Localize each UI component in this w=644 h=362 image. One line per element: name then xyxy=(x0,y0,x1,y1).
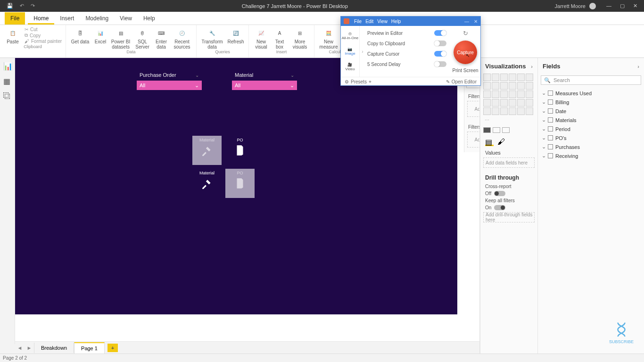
cross-report-toggle[interactable] xyxy=(494,191,505,196)
viz-type[interactable] xyxy=(509,99,516,107)
viz-type[interactable] xyxy=(517,107,525,115)
card-po-selected[interactable]: PO xyxy=(225,169,255,198)
viz-mode-2[interactable] xyxy=(493,127,500,133)
avatar[interactable] xyxy=(589,3,596,9)
viz-type[interactable] xyxy=(509,107,516,115)
viz-type[interactable] xyxy=(483,107,491,115)
menu-help[interactable]: Help xyxy=(391,19,401,24)
viz-type[interactable] xyxy=(517,90,525,98)
page-prev[interactable]: ◄ xyxy=(15,345,25,351)
model-view-icon[interactable]: ⿻ xyxy=(3,92,12,100)
new-measure-button[interactable]: 🧮New measure xyxy=(318,27,339,49)
keep-filters-toggle[interactable] xyxy=(494,205,505,210)
toggle-cursor[interactable] xyxy=(434,51,446,57)
chevron-right-icon[interactable]: › xyxy=(637,64,639,69)
format-painter-button[interactable]: 🖌Format painter xyxy=(25,39,62,44)
fields-tab-icon[interactable]: ▤ xyxy=(485,138,494,146)
tab-help[interactable]: Help xyxy=(138,12,161,25)
field-table[interactable]: ⌄Date xyxy=(538,107,644,115)
viz-type[interactable] xyxy=(509,74,516,81)
get-data-button[interactable]: 🗄Get data xyxy=(70,27,91,44)
viz-type[interactable] xyxy=(483,99,491,107)
viz-type[interactable] xyxy=(500,99,508,107)
values-well[interactable]: Add data fields here xyxy=(483,157,535,168)
viz-type[interactable] xyxy=(500,74,508,81)
transform-data-button[interactable]: 🔧Transform data xyxy=(200,27,224,49)
text-box-button[interactable]: AText box xyxy=(272,27,287,49)
fields-search[interactable]: 🔍Search xyxy=(541,75,641,85)
toggle-clipboard[interactable] xyxy=(434,41,446,46)
field-table[interactable]: ⌄Period xyxy=(538,124,644,133)
refresh-icon[interactable]: ↻ xyxy=(463,30,468,37)
report-canvas[interactable]: Purchase Order⌄ All⌄ Material⌄ All⌄ Mate… xyxy=(15,58,457,314)
close-button[interactable]: ✕ xyxy=(474,19,478,24)
tab-allinone[interactable]: ◎All-in-One xyxy=(342,32,359,40)
viz-type[interactable] xyxy=(492,99,499,107)
tab-video[interactable]: 🎥Video xyxy=(345,63,355,71)
viz-type[interactable] xyxy=(492,74,499,81)
close-button[interactable]: ✕ xyxy=(633,3,637,9)
viz-type[interactable] xyxy=(509,82,516,90)
tab-home[interactable]: Home xyxy=(28,12,54,25)
refresh-button[interactable]: 🔄Refresh xyxy=(227,27,245,44)
maximize-button[interactable]: ▢ xyxy=(620,3,625,9)
field-table[interactable]: ⌄Billing xyxy=(538,98,644,107)
chevron-down-icon[interactable]: ⌄ xyxy=(195,82,199,89)
card-po[interactable]: PO xyxy=(225,136,255,165)
tab-file[interactable]: File xyxy=(5,12,25,25)
viz-type[interactable] xyxy=(517,74,525,81)
viz-type[interactable] xyxy=(517,99,525,107)
add-page-button[interactable]: + xyxy=(107,344,118,352)
chevron-down-icon[interactable]: ⌄ xyxy=(195,73,199,78)
page-tab-page1[interactable]: Page 1 xyxy=(74,342,105,354)
viz-type[interactable] xyxy=(492,107,499,115)
slicer-material[interactable]: Material⌄ All⌄ xyxy=(232,71,297,90)
viz-type[interactable] xyxy=(509,90,516,98)
capture-button[interactable]: Capture↖ xyxy=(454,41,477,64)
report-view-icon[interactable]: 📊 xyxy=(3,62,12,70)
field-table[interactable]: ⌄Purchases xyxy=(538,142,644,151)
expand-button[interactable]: › xyxy=(360,26,365,77)
menu-view[interactable]: View xyxy=(377,19,388,24)
page-next[interactable]: ► xyxy=(25,345,34,351)
viz-type[interactable] xyxy=(500,82,508,90)
viz-type[interactable] xyxy=(500,90,508,98)
cut-button[interactable]: ✂Cut xyxy=(25,27,38,32)
chevron-down-icon[interactable]: ⌄ xyxy=(290,82,294,89)
toggle-preview[interactable] xyxy=(434,30,446,36)
tab-view[interactable]: View xyxy=(114,12,138,25)
viz-mode-1[interactable] xyxy=(483,127,491,133)
minimize-button[interactable]: — xyxy=(464,19,469,24)
tab-insert[interactable]: Insert xyxy=(54,12,80,25)
excel-button[interactable]: 📊Excel xyxy=(93,27,107,44)
open-editor-button[interactable]: ✎Open Editor xyxy=(446,79,477,84)
viz-type[interactable] xyxy=(483,90,491,98)
menu-edit[interactable]: Edit xyxy=(365,19,373,24)
viz-type[interactable] xyxy=(500,107,508,115)
minimize-button[interactable]: — xyxy=(606,3,611,9)
viz-type[interactable] xyxy=(483,82,491,90)
undo-icon[interactable]: ↶ xyxy=(20,3,24,9)
viz-type[interactable] xyxy=(526,82,533,90)
viz-type[interactable] xyxy=(526,74,533,81)
card-material[interactable]: Material xyxy=(192,169,222,198)
redo-icon[interactable]: ↷ xyxy=(31,3,35,9)
drillthrough-well[interactable]: Add drill-through fields here xyxy=(483,212,535,222)
data-view-icon[interactable]: ▦ xyxy=(3,77,12,85)
format-tab-icon[interactable]: 🖌 xyxy=(497,138,506,146)
field-table[interactable]: ⌄Receiving xyxy=(538,151,644,160)
field-table[interactable]: ⌄Materials xyxy=(538,115,644,124)
card-material-selected[interactable]: Material xyxy=(192,136,222,165)
viz-type[interactable] xyxy=(492,82,499,90)
viz-type[interactable] xyxy=(483,74,491,81)
recent-sources-button[interactable]: 🕘Recent sources xyxy=(172,27,192,49)
viz-mode-3[interactable] xyxy=(502,127,510,133)
save-icon[interactable]: 💾 xyxy=(7,3,13,9)
toggle-delay[interactable] xyxy=(434,61,446,67)
presets-button[interactable]: ⚙Presets+ xyxy=(345,79,372,84)
viz-type[interactable] xyxy=(517,82,525,90)
field-table[interactable]: ⌄PO's xyxy=(538,133,644,142)
page-tab-breakdown[interactable]: Breakdown xyxy=(34,343,74,353)
enter-data-button[interactable]: ⌨Enter data xyxy=(154,27,169,49)
chevron-down-icon[interactable]: ⌄ xyxy=(290,73,294,78)
